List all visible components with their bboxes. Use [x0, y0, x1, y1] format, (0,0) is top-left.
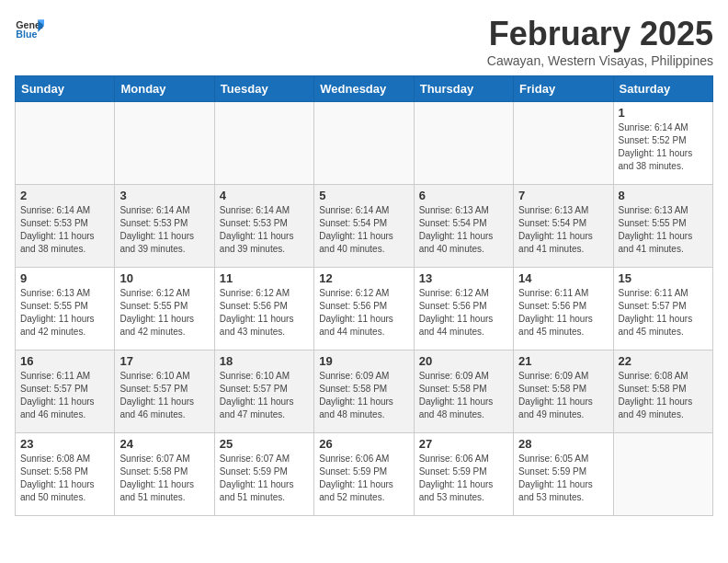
calendar-cell — [214, 102, 313, 185]
day-info: Sunrise: 6:11 AM Sunset: 5:57 PM Dayligh… — [20, 370, 109, 421]
day-number: 4 — [220, 189, 309, 202]
calendar-week-row: 9Sunrise: 6:13 AM Sunset: 5:55 PM Daylig… — [16, 268, 713, 350]
day-info: Sunrise: 6:14 AM Sunset: 5:53 PM Dayligh… — [119, 204, 209, 256]
day-info: Sunrise: 6:06 AM Sunset: 5:59 PM Dayligh… — [319, 453, 408, 504]
day-number: 27 — [419, 437, 508, 451]
calendar-cell: 13Sunrise: 6:12 AM Sunset: 5:56 PM Dayli… — [414, 268, 513, 350]
day-info: Sunrise: 6:13 AM Sunset: 5:55 PM Dayligh… — [20, 287, 109, 339]
day-info: Sunrise: 6:12 AM Sunset: 5:56 PM Dayligh… — [319, 287, 408, 339]
page-header: General Blue February 2025 Cawayan, West… — [15, 15, 713, 68]
calendar-week-row: 16Sunrise: 6:11 AM Sunset: 5:57 PM Dayli… — [16, 350, 713, 433]
logo: General Blue — [15, 15, 44, 44]
calendar-cell: 1Sunrise: 6:14 AM Sunset: 5:52 PM Daylig… — [613, 102, 712, 185]
calendar-cell — [16, 102, 115, 185]
day-number: 25 — [220, 437, 309, 451]
day-number: 10 — [119, 271, 209, 285]
day-number: 14 — [518, 271, 608, 285]
calendar-cell: 19Sunrise: 6:09 AM Sunset: 5:58 PM Dayli… — [314, 350, 414, 433]
day-number: 12 — [319, 271, 408, 285]
calendar-header-row: SundayMondayTuesdayWednesdayThursdayFrid… — [16, 76, 713, 102]
day-number: 1 — [619, 106, 708, 120]
day-info: Sunrise: 6:12 AM Sunset: 5:56 PM Dayligh… — [419, 287, 508, 339]
day-info: Sunrise: 6:12 AM Sunset: 5:56 PM Dayligh… — [220, 287, 309, 339]
day-number: 18 — [220, 354, 309, 368]
calendar-cell: 20Sunrise: 6:09 AM Sunset: 5:58 PM Dayli… — [414, 350, 513, 433]
weekday-header-sunday: Sunday — [16, 76, 115, 102]
calendar-cell: 28Sunrise: 6:05 AM Sunset: 5:59 PM Dayli… — [514, 433, 613, 516]
calendar-table: SundayMondayTuesdayWednesdayThursdayFrid… — [15, 75, 713, 516]
day-number: 26 — [319, 437, 408, 451]
calendar-cell: 15Sunrise: 6:11 AM Sunset: 5:57 PM Dayli… — [613, 268, 712, 350]
day-info: Sunrise: 6:05 AM Sunset: 5:59 PM Dayligh… — [518, 453, 608, 504]
weekday-header-thursday: Thursday — [414, 76, 513, 102]
day-info: Sunrise: 6:12 AM Sunset: 5:55 PM Dayligh… — [119, 287, 209, 339]
weekday-header-saturday: Saturday — [613, 76, 712, 102]
calendar-cell — [115, 102, 214, 185]
day-info: Sunrise: 6:13 AM Sunset: 5:54 PM Dayligh… — [518, 204, 608, 256]
calendar-cell: 7Sunrise: 6:13 AM Sunset: 5:54 PM Daylig… — [514, 185, 613, 268]
weekday-header-monday: Monday — [115, 76, 214, 102]
calendar-cell: 26Sunrise: 6:06 AM Sunset: 5:59 PM Dayli… — [314, 433, 414, 516]
day-info: Sunrise: 6:07 AM Sunset: 5:59 PM Dayligh… — [220, 453, 309, 504]
logo-icon: General Blue — [15, 15, 44, 44]
day-number: 23 — [20, 437, 109, 451]
calendar-cell: 10Sunrise: 6:12 AM Sunset: 5:55 PM Dayli… — [115, 268, 214, 350]
calendar-cell — [314, 102, 414, 185]
calendar-cell: 8Sunrise: 6:13 AM Sunset: 5:55 PM Daylig… — [613, 185, 712, 268]
day-number: 6 — [419, 189, 508, 202]
day-number: 9 — [20, 271, 109, 285]
day-number: 7 — [518, 189, 608, 202]
day-info: Sunrise: 6:10 AM Sunset: 5:57 PM Dayligh… — [220, 370, 309, 421]
day-number: 28 — [518, 437, 608, 451]
location-subtitle: Cawayan, Western Visayas, Philippines — [487, 53, 713, 68]
day-info: Sunrise: 6:14 AM Sunset: 5:53 PM Dayligh… — [20, 204, 109, 256]
calendar-cell: 23Sunrise: 6:08 AM Sunset: 5:58 PM Dayli… — [16, 433, 115, 516]
day-number: 11 — [220, 271, 309, 285]
day-info: Sunrise: 6:09 AM Sunset: 5:58 PM Dayligh… — [319, 370, 408, 421]
svg-text:Blue: Blue — [16, 29, 37, 40]
day-number: 20 — [419, 354, 508, 368]
day-info: Sunrise: 6:09 AM Sunset: 5:58 PM Dayligh… — [518, 370, 608, 421]
day-info: Sunrise: 6:08 AM Sunset: 5:58 PM Dayligh… — [20, 453, 109, 504]
calendar-cell: 17Sunrise: 6:10 AM Sunset: 5:57 PM Dayli… — [115, 350, 214, 433]
weekday-header-friday: Friday — [514, 76, 613, 102]
calendar-cell: 4Sunrise: 6:14 AM Sunset: 5:53 PM Daylig… — [214, 185, 313, 268]
day-number: 21 — [518, 354, 608, 368]
day-info: Sunrise: 6:13 AM Sunset: 5:54 PM Dayligh… — [419, 204, 508, 256]
calendar-cell — [613, 433, 712, 516]
day-number: 3 — [119, 189, 209, 202]
day-number: 17 — [119, 354, 209, 368]
day-number: 16 — [20, 354, 109, 368]
calendar-cell: 25Sunrise: 6:07 AM Sunset: 5:59 PM Dayli… — [214, 433, 313, 516]
calendar-cell — [514, 102, 613, 185]
day-info: Sunrise: 6:11 AM Sunset: 5:57 PM Dayligh… — [619, 287, 708, 339]
month-title: February 2025 — [487, 15, 713, 53]
calendar-cell: 16Sunrise: 6:11 AM Sunset: 5:57 PM Dayli… — [16, 350, 115, 433]
calendar-cell: 5Sunrise: 6:14 AM Sunset: 5:54 PM Daylig… — [314, 185, 414, 268]
calendar-cell — [414, 102, 513, 185]
calendar-cell: 12Sunrise: 6:12 AM Sunset: 5:56 PM Dayli… — [314, 268, 414, 350]
calendar-cell: 14Sunrise: 6:11 AM Sunset: 5:56 PM Dayli… — [514, 268, 613, 350]
day-info: Sunrise: 6:11 AM Sunset: 5:56 PM Dayligh… — [518, 287, 608, 339]
calendar-cell: 22Sunrise: 6:08 AM Sunset: 5:58 PM Dayli… — [613, 350, 712, 433]
calendar-cell: 6Sunrise: 6:13 AM Sunset: 5:54 PM Daylig… — [414, 185, 513, 268]
calendar-cell: 3Sunrise: 6:14 AM Sunset: 5:53 PM Daylig… — [115, 185, 214, 268]
day-number: 24 — [119, 437, 209, 451]
title-block: February 2025 Cawayan, Western Visayas, … — [487, 15, 713, 68]
weekday-header-tuesday: Tuesday — [214, 76, 313, 102]
calendar-cell: 2Sunrise: 6:14 AM Sunset: 5:53 PM Daylig… — [16, 185, 115, 268]
calendar-cell: 9Sunrise: 6:13 AM Sunset: 5:55 PM Daylig… — [16, 268, 115, 350]
calendar-cell: 24Sunrise: 6:07 AM Sunset: 5:58 PM Dayli… — [115, 433, 214, 516]
day-number: 15 — [619, 271, 708, 285]
day-info: Sunrise: 6:14 AM Sunset: 5:54 PM Dayligh… — [319, 204, 408, 256]
day-number: 5 — [319, 189, 408, 202]
day-info: Sunrise: 6:06 AM Sunset: 5:59 PM Dayligh… — [419, 453, 508, 504]
calendar-cell: 18Sunrise: 6:10 AM Sunset: 5:57 PM Dayli… — [214, 350, 313, 433]
day-info: Sunrise: 6:13 AM Sunset: 5:55 PM Dayligh… — [619, 204, 708, 256]
day-number: 22 — [619, 354, 708, 368]
calendar-cell: 21Sunrise: 6:09 AM Sunset: 5:58 PM Dayli… — [514, 350, 613, 433]
calendar-week-row: 1Sunrise: 6:14 AM Sunset: 5:52 PM Daylig… — [16, 102, 713, 185]
weekday-header-wednesday: Wednesday — [314, 76, 414, 102]
calendar-cell: 27Sunrise: 6:06 AM Sunset: 5:59 PM Dayli… — [414, 433, 513, 516]
calendar-week-row: 23Sunrise: 6:08 AM Sunset: 5:58 PM Dayli… — [16, 433, 713, 516]
